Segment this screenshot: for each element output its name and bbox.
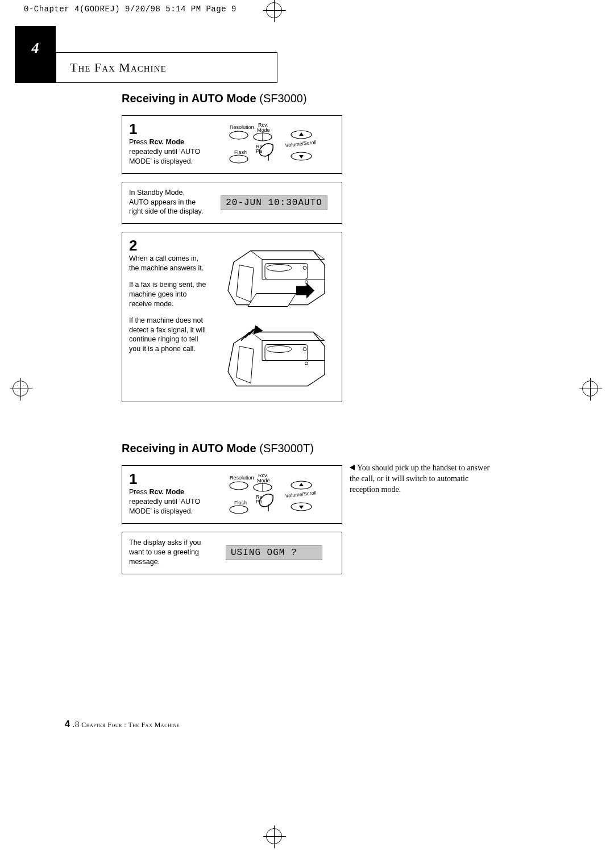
section2-lcd-wrap: USING OGM ? <box>209 532 342 574</box>
svg-text:Volume/Scroll: Volume/Scroll <box>285 140 317 149</box>
svg-point-27 <box>230 482 248 490</box>
standby-text: In Standby Mode, AUTO appears in the rig… <box>122 182 209 224</box>
step1-suffix: repeatedly until 'AUTO MODE' is displaye… <box>129 148 200 165</box>
section2-step1-box: 1 Press Rcv. Mode repeatedly until 'AUTO… <box>122 465 342 524</box>
step2-text: 2 When a call comes in, the machine answ… <box>122 232 213 402</box>
step2-p1: When a call comes in, the machine answer… <box>129 254 209 273</box>
chapter-title: The Fax Machine <box>70 60 167 75</box>
step2-number: 2 <box>129 238 209 253</box>
side-note-text: You should pick up the handset to answer… <box>350 464 489 494</box>
svg-text:Mode: Mode <box>257 478 270 483</box>
section2-step1-prefix: Press <box>129 488 149 496</box>
svg-rect-16 <box>265 264 308 279</box>
side-note: You should pick up the handset to answer… <box>350 463 497 495</box>
fax-ringing-icon <box>222 319 333 396</box>
section2: Receiving in AUTO Mode (SF3000T) 1 Press… <box>122 442 520 574</box>
control-panel-icon: Resolution Rcv. Mode Flash Re Pa Volume/… <box>217 121 331 168</box>
svg-marker-39 <box>299 483 304 486</box>
svg-point-8 <box>230 155 248 163</box>
standby-lcd-wrap: 20-JUN 10:30AUTO <box>209 182 342 224</box>
chapter-header: The Fax Machine <box>56 52 277 83</box>
step1-box: 1 Press Rcv. Mode repeatedly until 'AUTO… <box>122 115 342 174</box>
standby-text-content: In Standby Mode, AUTO appears in the rig… <box>129 189 203 216</box>
section2-heading: Receiving in AUTO Mode (SF3000T) <box>122 442 520 455</box>
section2-display-text: The display asks if you want to use a gr… <box>122 532 209 574</box>
page-content: 4 The Fax Machine Receiving in AUTO Mode… <box>15 18 530 745</box>
footer-text: Chapter Four : The Fax Machine <box>80 721 180 729</box>
svg-rect-21 <box>265 345 308 361</box>
svg-point-1 <box>230 131 248 139</box>
svg-text:Volume/Scroll: Volume/Scroll <box>285 490 317 499</box>
section2-step1-text: 1 Press Rcv. Mode repeatedly until 'AUTO… <box>122 466 209 523</box>
svg-text:Resolution: Resolution <box>230 124 254 130</box>
section2-display-box: The display asks if you want to use a gr… <box>122 532 342 574</box>
lcd-display-1: 20-JUN 10:30AUTO <box>221 195 327 210</box>
control-panel-icon-2: Resolution Rcv. Mode Flash Re Pa Volume/… <box>217 471 331 518</box>
step2-p3: If the machine does not detect a fax sig… <box>129 316 209 354</box>
svg-point-34 <box>230 506 248 514</box>
svg-text:Flash: Flash <box>234 149 247 155</box>
svg-marker-13 <box>299 132 304 136</box>
footer-page-sub: .8 <box>72 720 79 729</box>
section1-heading: Receiving in AUTO Mode (SF3000) <box>122 92 520 105</box>
svg-text:Mode: Mode <box>257 127 270 133</box>
triangle-left-icon <box>350 465 355 470</box>
chapter-tab: 4 <box>15 26 56 83</box>
step1-number: 1 <box>129 122 204 136</box>
svg-text:Resolution: Resolution <box>230 475 254 481</box>
print-slug: 0-Chapter 4(GODREJ) 9/20/98 5:14 PM Page… <box>24 5 237 14</box>
standby-box: In Standby Mode, AUTO appears in the rig… <box>122 182 342 224</box>
section2-step1-illustration: Resolution Rcv. Mode Flash Re Pa Volume/… <box>209 466 342 523</box>
registration-mark-right <box>582 381 598 397</box>
main-content: Receiving in AUTO Mode (SF3000) 1 Press … <box>122 92 520 582</box>
step1-text: 1 Press Rcv. Mode repeatedly until 'AUTO… <box>122 116 209 173</box>
lcd-display-2: USING OGM ? <box>226 545 322 560</box>
section1-model: (SF3000) <box>259 92 306 105</box>
registration-mark-bottom <box>266 828 282 844</box>
step2-illustrations <box>213 232 342 402</box>
section2-step1-bold: Rcv. Mode <box>149 488 184 496</box>
registration-mark-top <box>266 2 282 18</box>
step2-box: 2 When a call comes in, the machine answ… <box>122 232 342 402</box>
fax-receiving-icon <box>222 238 333 315</box>
section2-title: Receiving in AUTO Mode <box>122 442 256 454</box>
svg-marker-41 <box>299 506 304 509</box>
step1-bold: Rcv. Mode <box>149 138 184 146</box>
section1-title: Receiving in AUTO Mode <box>122 92 256 105</box>
svg-text:Pa: Pa <box>256 499 262 504</box>
svg-text:Flash: Flash <box>234 500 247 506</box>
step1-illustration: Resolution Rcv. Mode Flash Re Pa Volume/… <box>209 116 342 173</box>
section2-model: (SF3000T) <box>259 442 314 454</box>
page-footer: 4.8 Chapter Four : The Fax Machine <box>65 719 180 729</box>
step1-prefix: Press <box>129 138 149 146</box>
svg-marker-15 <box>299 155 304 158</box>
section2-display-text-content: The display asks if you want to use a gr… <box>129 539 201 566</box>
svg-text:Pa: Pa <box>256 148 262 154</box>
step2-p2: If a fax is being sent, the machine goes… <box>129 280 209 309</box>
section2-step1-suffix: repeatedly until 'AUTO MODE' is displaye… <box>129 498 200 515</box>
section2-step1-number: 1 <box>129 471 204 486</box>
footer-page-num: 4 <box>65 719 70 729</box>
